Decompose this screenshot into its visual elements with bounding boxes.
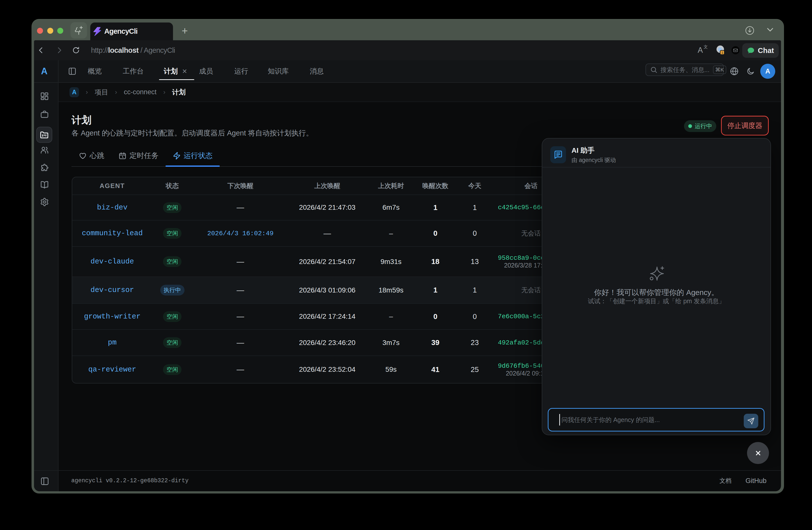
svg-text:1: 1 — [721, 51, 723, 55]
